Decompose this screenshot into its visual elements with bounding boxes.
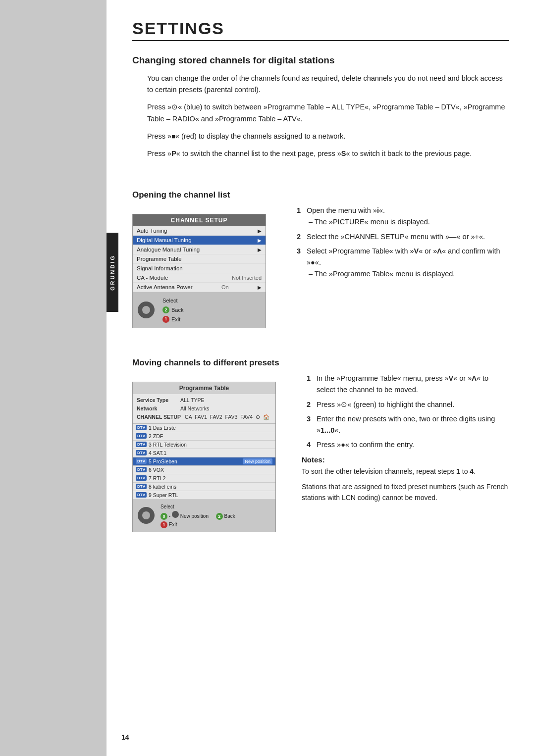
sub-heading-moving: Moving channels to different presets (132, 358, 509, 368)
section1-para1: You can change the order of the channels… (132, 73, 509, 96)
note2: Stations that are assigned to fixed pres… (302, 481, 509, 504)
channel-setup-row-0: Auto Tuning ▶ (133, 226, 266, 236)
channel-setup-row-6: Active Antenna Power On ▶ (133, 283, 266, 292)
new-position-badge: New position (243, 458, 272, 464)
pt-newpos-label: 0 - New position 2 Back (160, 511, 235, 520)
pt-channel-row-3: DTV 4 SAT.1 (133, 449, 275, 457)
select-label: Select (162, 296, 183, 305)
pt-channel-row-5: DTV 6 VOX (133, 466, 275, 474)
arrow-icon-0: ▶ (258, 228, 262, 234)
move-step-4: 4 Press »●« to confirm the entry. (307, 439, 509, 451)
pt-meta: Service Type ALL TYPE Network All Networ… (133, 394, 275, 423)
page-number: 14 (121, 733, 129, 741)
step-1: 1 Open the menu with »i«. – The »PICTURE… (297, 205, 509, 228)
section-moving-channels: Moving channels to different presets Pro… (132, 348, 509, 532)
back-badge: 2 (162, 306, 169, 313)
grundig-brand-label: GRUNDIG (107, 233, 118, 312)
exit-label: 1 Exit (162, 315, 183, 324)
opening-steps: 1 Open the menu with »i«. – The »PICTURE… (282, 205, 509, 328)
channel-setup-row-4: Signal Information (133, 264, 266, 273)
section-changing-channels: Changing stored channels for digital sta… (132, 55, 509, 165)
channel-setup-footer: Select 2 Back 1 Exit (133, 292, 266, 328)
back-label: 2 Back (162, 305, 183, 315)
pt-back-badge: 2 (216, 513, 223, 520)
move-step-1: 1 In the »Programme Table« menu, press »… (307, 373, 509, 396)
move-step-2: 2 Press »⊙« (green) to highlight the cha… (307, 399, 509, 410)
section1-para4: Press »P« to switch the channel list to … (132, 148, 509, 159)
channel-setup-row-1[interactable]: Digital Manual Tuning ▶ (133, 236, 266, 245)
pt-exit-label: 1 Exit (160, 520, 235, 529)
pt-select-label: Select (160, 503, 235, 511)
pt-channel-row-0: DTV 1 Das Erste (133, 424, 275, 432)
pt-channel-row-4[interactable]: DTV 5 ProSieben New position (133, 457, 275, 466)
pt-channel-row-2: DTV 3 RTL Television (133, 441, 275, 449)
channel-setup-row-5: CA - Module Not Inserted (133, 273, 266, 283)
joystick-icon (138, 302, 155, 318)
section-opening-channel: Opening the channel list CHANNEL SETUP A… (132, 180, 509, 333)
step-2: 2 Select the »CHANNEL SETUP« menu with »… (297, 231, 509, 243)
page-title: SETTINGS (132, 19, 509, 41)
section1-para3: Press »■« (red) to display the channels … (132, 131, 509, 142)
moving-steps: 1 In the »Programme Table« menu, press »… (292, 373, 509, 532)
pt-footer: Select 0 - New position 2 Back (133, 500, 275, 532)
sidebar (0, 0, 107, 756)
step-3: 3 Select »Programme Table« with »V« or »… (297, 246, 509, 280)
pt-channel-row-7: DTV 8 kabel eins (133, 483, 275, 491)
section1-para2: Press »⊙« (blue) to switch between »Prog… (132, 101, 509, 124)
programme-table-box: Programme Table Service Type ALL TYPE Ne… (132, 382, 276, 532)
programme-table-header: Programme Table (133, 382, 275, 394)
channel-setup-row-3: Programme Table (133, 254, 266, 264)
channel-setup-header: CHANNEL SETUP (133, 214, 266, 226)
arrow-icon-1: ▶ (258, 238, 262, 243)
arrow-icon-2: ▶ (258, 247, 262, 252)
channel-setup-box: CHANNEL SETUP Auto Tuning ▶ Digital Manu… (132, 214, 266, 328)
move-step-3: 3 Enter the new presets with one, two or… (307, 413, 509, 436)
pt-channel-row-6: DTV 7 RTL2 (133, 474, 275, 483)
moving-steps-list: 1 In the »Programme Table« menu, press »… (292, 373, 509, 451)
exit-badge: 1 (162, 316, 169, 323)
sub-heading-opening: Opening the channel list (132, 190, 509, 200)
section-heading-changing: Changing stored channels for digital sta… (132, 55, 509, 66)
pt-channel-row-8: DTV 9 Super RTL (133, 491, 275, 500)
notes-label: Notes: (302, 455, 509, 464)
pt-channel-row-1: DTV 2 ZDF (133, 432, 275, 441)
opening-steps-list: 1 Open the menu with »i«. – The »PICTURE… (282, 205, 509, 280)
main-content: SETTINGS Changing stored channels for di… (107, 0, 535, 756)
pt-exit-badge: 1 (160, 521, 167, 528)
notes-block: Notes: To sort the other television chan… (292, 455, 509, 503)
pt-joystick-icon (138, 507, 155, 524)
channel-setup-row-2: Analogue Manual Tuning ▶ (133, 245, 266, 254)
note1: To sort the other television channels, r… (302, 466, 509, 477)
arrow-icon-6: ▶ (258, 285, 262, 290)
